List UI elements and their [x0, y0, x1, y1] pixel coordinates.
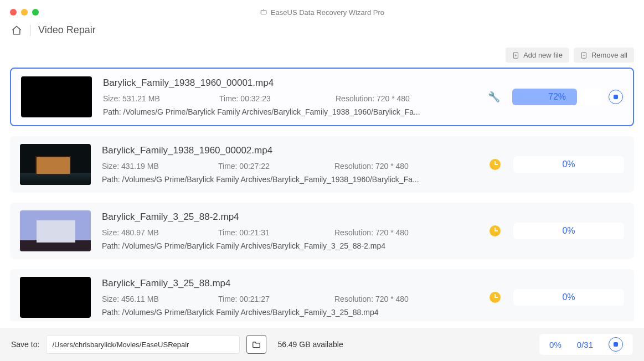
- progress-percent: 0%: [562, 292, 575, 302]
- clock-icon: [490, 225, 501, 236]
- stop-button[interactable]: [609, 90, 623, 104]
- progress-bar: 0%: [513, 289, 624, 306]
- file-resolution: Resolution: 720 * 480: [334, 295, 423, 303]
- save-to-label: Save to:: [11, 340, 39, 349]
- video-thumbnail: [20, 210, 91, 251]
- file-size: Size: 480.97 MB: [102, 228, 185, 237]
- file-time: Time: 00:21:27: [218, 295, 301, 303]
- home-icon[interactable]: [11, 25, 22, 36]
- video-thumbnail: [20, 277, 91, 318]
- file-size: Size: 456.11 MB: [102, 295, 185, 303]
- file-name: Barylick_Family_1938_1960_00001.mp4: [103, 78, 476, 89]
- zoom-window-button[interactable]: [32, 9, 39, 16]
- file-item[interactable]: Barylick_Family_1938_1960_00001.mp4Size:…: [10, 68, 634, 126]
- minimize-window-button[interactable]: [21, 9, 28, 16]
- status-pending-icon: [488, 159, 502, 170]
- file-time: Time: 00:32:23: [219, 94, 302, 103]
- remove-all-label: Remove all: [591, 51, 627, 59]
- file-details: Size: 431.19 MBTime: 00:27:22Resolution:…: [102, 162, 477, 171]
- svg-rect-0: [261, 11, 266, 14]
- remove-all-button[interactable]: Remove all: [574, 48, 634, 63]
- file-resolution: Resolution: 720 * 480: [334, 162, 423, 171]
- titlebar: EaseUS Data Recovery Wizard Pro: [0, 0, 644, 24]
- file-path: Path: /Volumes/G Prime/Barylick Family A…: [102, 241, 429, 250]
- stop-all-button[interactable]: [609, 337, 623, 352]
- file-list: Barylick_Family_1938_1960_00001.mp4Size:…: [10, 68, 634, 321]
- folder-icon: [251, 341, 261, 348]
- wrench-icon: 🔧: [488, 91, 500, 103]
- breadcrumb: Video Repair: [0, 24, 644, 43]
- clock-icon: [490, 159, 501, 170]
- progress-block: 72%: [512, 89, 623, 105]
- file-time: Time: 00:21:31: [218, 228, 301, 237]
- progress-percent: 72%: [548, 92, 566, 102]
- breadcrumb-section: Video Repair: [38, 24, 96, 36]
- browse-folder-button[interactable]: [246, 335, 266, 354]
- file-path: Path: /Volumes/G Prime/Barylick Family A…: [102, 308, 429, 317]
- file-meta: Barylick_Family_3_25_88.mp4Size: 456.11 …: [102, 278, 477, 317]
- file-item[interactable]: Barylick_Family_3_25_88.mp4Size: 456.11 …: [10, 269, 634, 321]
- window-title-text: EaseUS Data Recovery Wizard Pro: [271, 8, 384, 17]
- progress-percent: 0%: [562, 226, 575, 236]
- available-space: 56.49 GB available: [277, 340, 343, 349]
- toolbar: Add new file Remove all: [506, 48, 634, 63]
- file-item[interactable]: Barylick_Family_1938_1960_00002.mp4Size:…: [10, 136, 634, 193]
- progress-block: 0%: [513, 223, 624, 239]
- progress-bar: 0%: [513, 223, 624, 239]
- progress-bar: 72%: [512, 89, 602, 105]
- remove-all-icon: [580, 51, 588, 59]
- total-percent: 0%: [549, 340, 561, 349]
- close-window-button[interactable]: [10, 9, 17, 16]
- file-counter: 0/31: [577, 340, 593, 349]
- file-details: Size: 480.97 MBTime: 00:21:31Resolution:…: [102, 228, 477, 237]
- progress-block: 0%: [513, 289, 624, 306]
- progress-percent: 0%: [562, 159, 575, 169]
- status-pending-icon: [488, 292, 502, 303]
- save-path-text: /Users/chrisbarylick/Movies/EaseUSRepair: [52, 341, 189, 349]
- add-file-label: Add new file: [523, 51, 563, 59]
- breadcrumb-divider: [30, 25, 30, 36]
- video-thumbnail: [20, 144, 91, 185]
- file-name: Barylick_Family_3_25_88-2.mp4: [102, 212, 477, 223]
- save-path-input[interactable]: /Users/chrisbarylick/Movies/EaseUSRepair: [46, 335, 240, 354]
- file-meta: Barylick_Family_3_25_88-2.mp4Size: 480.9…: [102, 212, 477, 250]
- status-repairing-icon: 🔧: [487, 91, 501, 103]
- file-meta: Barylick_Family_1938_1960_00001.mp4Size:…: [103, 78, 476, 116]
- file-name: Barylick_Family_1938_1960_00002.mp4: [102, 145, 477, 156]
- footer: Save to: /Users/chrisbarylick/Movies/Eas…: [0, 328, 644, 361]
- file-details: Size: 531.21 MBTime: 00:32:23Resolution:…: [103, 94, 476, 103]
- add-file-button[interactable]: Add new file: [506, 48, 569, 63]
- status-pending-icon: [488, 225, 502, 236]
- file-details: Size: 456.11 MBTime: 00:21:27Resolution:…: [102, 295, 477, 303]
- progress-fill: [512, 89, 577, 105]
- window-controls: [10, 9, 39, 16]
- progress-bar: 0%: [513, 156, 624, 173]
- window-title: EaseUS Data Recovery Wizard Pro: [0, 8, 644, 17]
- file-item[interactable]: Barylick_Family_3_25_88-2.mp4Size: 480.9…: [10, 203, 634, 259]
- add-file-icon: [512, 51, 520, 59]
- file-time: Time: 00:27:22: [218, 162, 301, 171]
- footer-stats: 0% 0/31: [539, 334, 633, 355]
- video-thumbnail: [21, 76, 92, 117]
- file-path: Path: /Volumes/G Prime/Barylick Family A…: [102, 175, 429, 184]
- app-icon: [260, 8, 267, 16]
- clock-icon: [490, 292, 501, 303]
- file-resolution: Resolution: 720 * 480: [334, 228, 423, 237]
- file-meta: Barylick_Family_1938_1960_00002.mp4Size:…: [102, 145, 477, 184]
- file-path: Path: /Volumes/G Prime/Barylick Family A…: [103, 107, 430, 116]
- progress-block: 0%: [513, 156, 624, 173]
- file-size: Size: 531.21 MB: [103, 94, 186, 103]
- file-resolution: Resolution: 720 * 480: [336, 94, 424, 103]
- file-size: Size: 431.19 MB: [102, 162, 185, 171]
- file-name: Barylick_Family_3_25_88.mp4: [102, 278, 477, 289]
